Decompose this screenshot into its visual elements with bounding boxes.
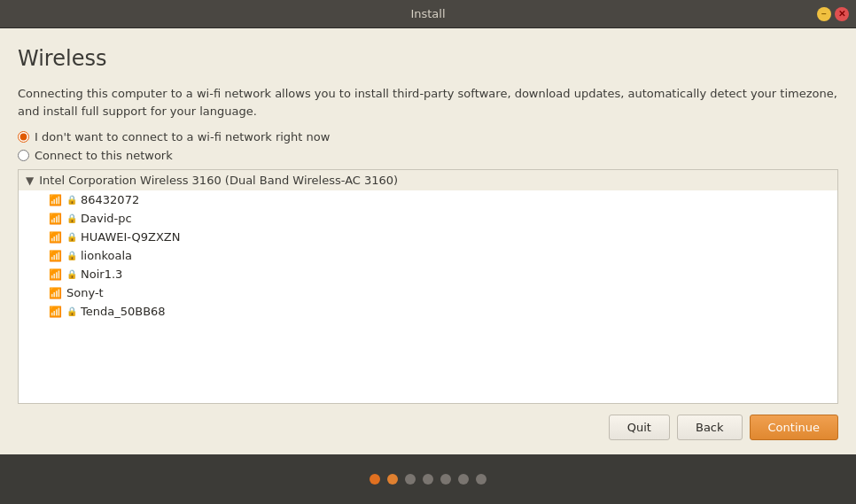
lock-icon: 🔒 [66,213,77,223]
main-content: Wireless Connecting this computer to a w… [0,28,856,454]
quit-button[interactable]: Quit [609,415,670,440]
network-ssid: David-pc [81,212,132,225]
list-item[interactable]: 📶 🔒 86432072 [19,190,837,209]
adapter-name: Intel Corporation Wireless 3160 (Dual Ba… [39,174,398,187]
progress-dot-4 [423,474,433,485]
network-ssid: Noir1.3 [81,268,122,281]
progress-dot-3 [405,474,416,485]
lock-icon: 🔒 [66,269,77,279]
wifi-icon: 📶 [47,213,63,225]
radio-connect-label: Connect to this network [35,149,173,162]
list-item[interactable]: 📶 🔒 David-pc [19,209,837,228]
list-item[interactable]: 📶 Sony-t [19,283,837,302]
progress-dot-6 [458,474,469,485]
progress-dot-2 [387,474,398,485]
list-item[interactable]: 📶 🔒 Noir1.3 [19,265,837,283]
list-item[interactable]: 📶 🔒 lionkoala [19,246,837,265]
lock-icon: 🔒 [66,251,77,260]
minimize-button[interactable]: − [817,7,831,21]
page-title: Wireless [18,46,838,71]
back-button[interactable]: Back [677,415,743,440]
button-row: Quit Back Continue [18,404,838,440]
wifi-icon: 📶 [47,287,63,299]
wifi-icon: 📶 [47,231,63,244]
progress-dot-1 [370,474,380,485]
network-ssid: Tenda_50BB68 [81,305,166,318]
wifi-icon: 📶 [47,250,63,262]
progress-dot-7 [476,474,486,485]
radio-connect-input[interactable] [18,150,29,161]
radio-connect[interactable]: Connect to this network [18,149,838,162]
wifi-icon: 📶 [47,194,63,206]
network-ssid: 86432072 [81,193,139,206]
wifi-icon: 📶 [47,306,63,318]
collapse-arrow-icon: ▼ [26,174,34,187]
wifi-icon: 📶 [47,268,63,281]
radio-group: I don't want to connect to a wi-fi netwo… [18,130,838,162]
lock-icon: 🔒 [66,306,77,316]
network-adapter-row: ▼ Intel Corporation Wireless 3160 (Dual … [19,170,837,190]
radio-no-wifi-input[interactable] [18,131,29,143]
radio-no-wifi[interactable]: I don't want to connect to a wi-fi netwo… [18,130,838,143]
footer [0,454,856,504]
lock-icon: 🔒 [66,195,77,205]
list-item[interactable]: 📶 🔒 HUAWEI-Q9ZXZN [19,228,837,246]
list-item[interactable]: 📶 🔒 Tenda_50BB68 [19,302,837,321]
window-title: Install [410,7,445,20]
continue-button[interactable]: Continue [750,415,838,440]
lock-icon: 🔒 [66,232,77,242]
network-ssid: HUAWEI-Q9ZXZN [81,230,181,244]
progress-dot-5 [440,474,451,485]
window-controls: − ✕ [817,7,849,21]
network-ssid: lionkoala [81,249,132,262]
network-ssid: Sony-t [66,286,104,299]
close-button[interactable]: ✕ [835,7,849,21]
description-text: Connecting this computer to a wi-fi netw… [18,85,838,120]
network-list-container[interactable]: ▼ Intel Corporation Wireless 3160 (Dual … [18,169,838,404]
titlebar: Install − ✕ [0,0,856,28]
radio-no-wifi-label: I don't want to connect to a wi-fi netwo… [35,130,330,143]
